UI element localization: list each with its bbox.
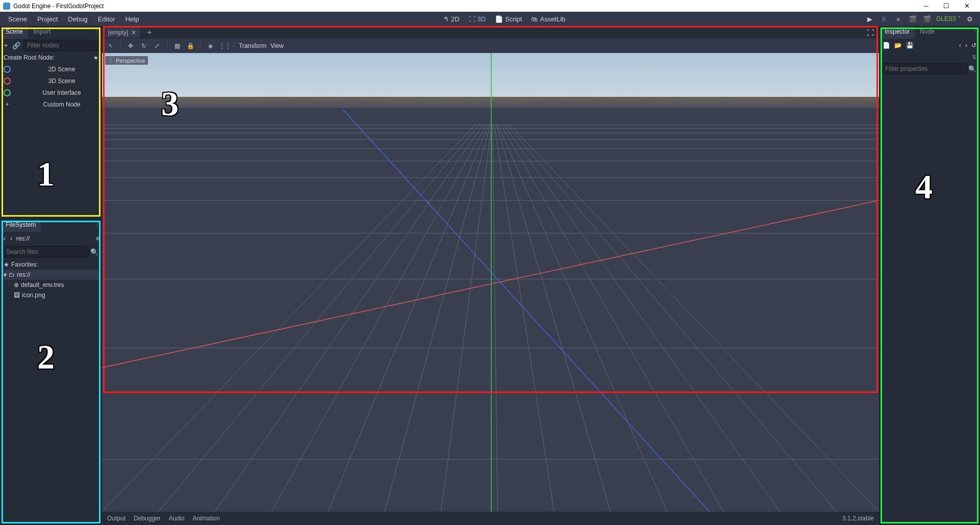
search-icon[interactable]: 🔍 [967, 64, 977, 74]
svg-line-13 [506, 124, 837, 512]
search-files-input[interactable] [3, 246, 89, 257]
menu-project[interactable]: Project [32, 13, 63, 25]
menu-editor[interactable]: Editor [93, 13, 120, 25]
lock-icon[interactable]: 🔒 [186, 42, 195, 49]
settings-icon[interactable]: ⚙ [965, 14, 975, 24]
select-tool-icon[interactable]: ↖ [106, 42, 115, 49]
dock-menu-icon[interactable]: ⋮ [94, 29, 99, 34]
res-root-row[interactable]: ▾🗀res:// [3, 270, 99, 280]
scale-tool-icon[interactable]: ⤢ [153, 42, 162, 49]
godot-logo-icon [3, 3, 10, 10]
save-resource-icon[interactable]: 💾 [906, 42, 914, 49]
close-icon[interactable]: ✕ [131, 29, 136, 36]
distraction-free-icon[interactable]: ⛶ [864, 29, 877, 37]
tab-output[interactable]: Output [107, 515, 125, 522]
svg-line-7 [493, 124, 498, 512]
perspective-label[interactable]: ⋮Perspective [105, 56, 148, 65]
mode-assetlib-button[interactable]: 🛍AssetLib [527, 13, 569, 25]
svg-line-11 [500, 124, 724, 512]
script-icon: 📄 [495, 15, 503, 23]
search-icon[interactable]: 🔍 [89, 247, 99, 257]
back-icon[interactable]: ‹ [959, 42, 961, 49]
window-titlebar: Godot Engine - FirstGodotProject ─ ☐ ✕ [0, 0, 980, 12]
menu-debug[interactable]: Debug [63, 13, 92, 25]
mode-script-button[interactable]: 📄Script [491, 13, 526, 25]
menu-help[interactable]: Help [120, 13, 144, 25]
forward-icon[interactable]: › [965, 42, 967, 49]
new-scene-button[interactable]: ＋ [142, 27, 157, 38]
link-icon[interactable]: 🔗 [12, 40, 20, 50]
favorites-row[interactable]: ★Favorites: [3, 259, 99, 270]
annotation-4: 4 [915, 167, 933, 207]
maximize-button[interactable]: ☐ [936, 0, 957, 12]
renderer-selector[interactable]: GLES3 ˅ [936, 15, 961, 22]
minimize-button[interactable]: ─ [916, 0, 936, 12]
tab-filesystem[interactable]: FileSystem [1, 220, 41, 232]
assetlib-icon: 🛍 [531, 15, 538, 23]
transform-menu[interactable]: Transform [239, 42, 266, 49]
environment-icon[interactable]: ◈ [206, 42, 215, 49]
forward-button[interactable]: › [9, 235, 13, 242]
mode-2d-button[interactable]: ↰2D [439, 13, 464, 25]
tab-animation[interactable]: Animation [192, 515, 219, 522]
back-button[interactable]: ‹ [3, 235, 6, 242]
local-space-icon[interactable]: ▦ [172, 42, 182, 49]
svg-line-5 [385, 124, 491, 512]
filter-properties-input[interactable] [882, 63, 967, 74]
play-custom-button[interactable]: 🎬 [922, 14, 932, 24]
node2d-icon [4, 66, 11, 73]
history-icon[interactable]: ↺ [971, 42, 976, 49]
bottom-panel: Output Debugger Audio Animation 3.1.2.st… [102, 512, 879, 525]
create-root-label: Create Root Node: ★ [1, 52, 102, 63]
svg-line-1 [159, 124, 480, 512]
pause-button[interactable]: ⏸ [879, 14, 889, 24]
rotate-tool-icon[interactable]: ↻ [139, 42, 148, 49]
stop-button[interactable]: ■ [893, 14, 903, 24]
sort-icon[interactable]: ⇅ [972, 54, 976, 61]
grid [102, 53, 879, 512]
mode-3d-button[interactable]: ⛶3D [465, 13, 490, 25]
root-ui[interactable]: User Interface [1, 87, 102, 98]
annotation-2: 2 [37, 337, 55, 377]
move-tool-icon[interactable]: ✥ [126, 42, 135, 49]
root-custom[interactable]: ＋Custom Node [1, 98, 102, 110]
annotation-1: 1 [37, 154, 55, 194]
control-icon [4, 89, 11, 96]
main-menubar: Scene Project Debug Editor Help ↰2D ⛶3D … [0, 12, 980, 26]
scene-tab-empty[interactable]: [empty] ✕ [104, 28, 140, 38]
dock-menu-icon[interactable]: ⋮ [94, 222, 99, 227]
tab-debugger[interactable]: Debugger [134, 515, 161, 522]
spatial-icon [4, 77, 11, 85]
tab-audio[interactable]: Audio [169, 515, 185, 522]
close-button[interactable]: ✕ [957, 0, 977, 12]
snap-icon[interactable]: ⋮⋮ [219, 42, 228, 49]
open-resource-icon[interactable]: 📂 [894, 42, 902, 49]
root-3d-scene[interactable]: 3D Scene [1, 75, 102, 87]
tab-scene[interactable]: Scene [1, 27, 28, 39]
root-2d-scene[interactable]: 2D Scene [1, 63, 102, 75]
view-mode-icon[interactable]: ≡ [96, 235, 99, 242]
star-icon[interactable]: ★ [93, 55, 98, 61]
file-row[interactable]: ⊕default_env.tres [3, 280, 99, 290]
environment-icon: ⊕ [14, 281, 19, 288]
3d-icon: ⛶ [469, 15, 475, 23]
svg-line-14 [509, 124, 879, 512]
file-row[interactable]: 🖼icon.png [3, 290, 99, 300]
filter-nodes-input[interactable] [23, 40, 107, 51]
menu-scene[interactable]: Scene [3, 13, 32, 25]
play-scene-button[interactable]: 🎬 [908, 14, 918, 24]
viewport-3d[interactable]: ⋮Perspective 3 [102, 53, 879, 512]
viewport-toolbar: ↖ ✥ ↻ ⤢ ▦ 🔒 ◈ ⋮⋮ Transform View [102, 39, 879, 53]
new-resource-icon[interactable]: 📄 [883, 42, 890, 49]
svg-line-8 [494, 124, 554, 512]
plus-icon: ＋ [4, 100, 11, 109]
tab-node[interactable]: Node [915, 27, 940, 39]
tab-import[interactable]: Import [28, 27, 56, 39]
path-input[interactable] [16, 235, 93, 242]
play-button[interactable]: ▶ [865, 14, 875, 24]
svg-line-2 [215, 124, 484, 512]
add-node-button[interactable]: ＋ [3, 40, 9, 50]
dock-menu-icon[interactable]: ⋮ [972, 29, 977, 34]
tab-inspector[interactable]: Inspector [880, 27, 915, 39]
view-menu[interactable]: View [270, 42, 284, 49]
